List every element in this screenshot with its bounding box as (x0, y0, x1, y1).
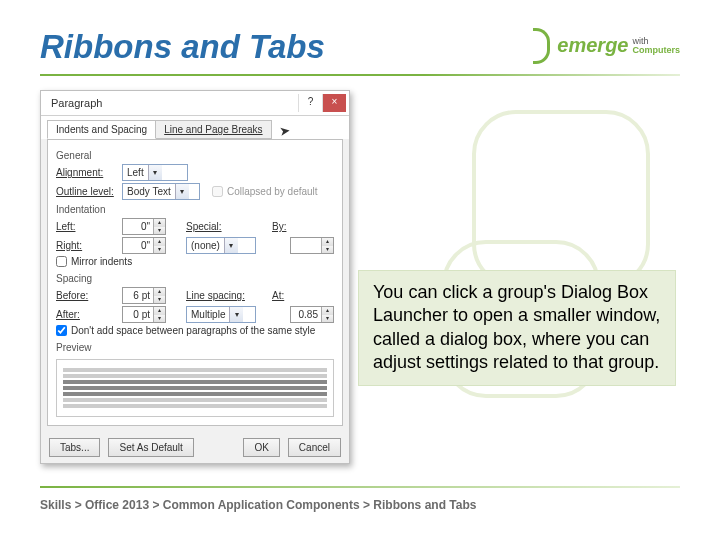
chevron-down-icon[interactable]: ▾ (148, 165, 162, 180)
spacing-at-spinner[interactable]: 0.85▴▾ (290, 306, 334, 323)
tab-line-page-breaks[interactable]: Line and Page Breaks (156, 120, 271, 139)
mirror-checkbox[interactable]: Mirror indents (56, 256, 132, 267)
close-button[interactable]: × (322, 94, 346, 112)
collapsed-checkbox[interactable]: Collapsed by default (212, 186, 318, 197)
dialog-tabs: Indents and Spacing Line and Page Breaks (41, 116, 349, 139)
spacing-at-label: At: (272, 290, 334, 301)
tab-indents-spacing[interactable]: Indents and Spacing (47, 120, 156, 139)
special-label: Special: (186, 221, 248, 232)
indent-right-spinner[interactable]: 0"▴▾ (122, 237, 166, 254)
ok-button[interactable]: OK (243, 438, 279, 457)
help-button[interactable]: ? (298, 94, 322, 112)
special-combo[interactable]: (none)▾ (186, 237, 256, 254)
dialog-title: Paragraph (51, 97, 102, 109)
after-label: After: (56, 309, 116, 320)
logo-text: emerge (557, 34, 628, 57)
footer-divider (40, 486, 680, 488)
dont-add-checkbox[interactable]: Don't add space between paragraphs of th… (56, 325, 315, 336)
logo-subtext: with Computers (632, 37, 680, 55)
preview-box (56, 359, 334, 417)
after-spinner[interactable]: 0 pt▴▾ (122, 306, 166, 323)
alignment-combo[interactable]: Left▾ (122, 164, 188, 181)
line-spacing-label: Line spacing: (186, 290, 248, 301)
chevron-down-icon[interactable]: ▾ (224, 238, 238, 253)
group-spacing-label: Spacing (56, 273, 334, 284)
group-indent-label: Indentation (56, 204, 334, 215)
before-label: Before: (56, 290, 116, 301)
header-divider (40, 74, 680, 76)
indent-by-label: By: (272, 221, 334, 232)
logo-swoosh-icon (533, 28, 553, 62)
line-spacing-combo[interactable]: Multiple▾ (186, 306, 256, 323)
before-spinner[interactable]: 6 pt▴▾ (122, 287, 166, 304)
outline-combo[interactable]: Body Text▾ (122, 183, 200, 200)
dialog-titlebar: Paragraph ? × (41, 91, 349, 116)
indent-left-label: Left: (56, 221, 116, 232)
default-button[interactable]: Set As Default (108, 438, 193, 457)
alignment-label: Alignment: (56, 167, 116, 178)
outline-label: Outline level: (56, 186, 116, 197)
paragraph-dialog: Paragraph ? × ➤ Indents and Spacing Line… (40, 90, 350, 464)
tabs-button[interactable]: Tabs... (49, 438, 100, 457)
chevron-down-icon[interactable]: ▾ (229, 307, 243, 322)
indent-by-spinner[interactable]: ▴▾ (290, 237, 334, 254)
group-general-label: General (56, 150, 334, 161)
breadcrumb: Skills > Office 2013 > Common Applicatio… (40, 498, 680, 512)
info-callout: You can click a group's Dialog Box Launc… (358, 270, 676, 386)
preview-label: Preview (56, 342, 334, 353)
page-title: Ribbons and Tabs (40, 28, 325, 66)
logo: emerge with Computers (533, 28, 680, 62)
indent-right-label: Right: (56, 240, 116, 251)
cancel-button[interactable]: Cancel (288, 438, 341, 457)
indent-left-spinner[interactable]: 0"▴▾ (122, 218, 166, 235)
chevron-down-icon[interactable]: ▾ (175, 184, 189, 199)
